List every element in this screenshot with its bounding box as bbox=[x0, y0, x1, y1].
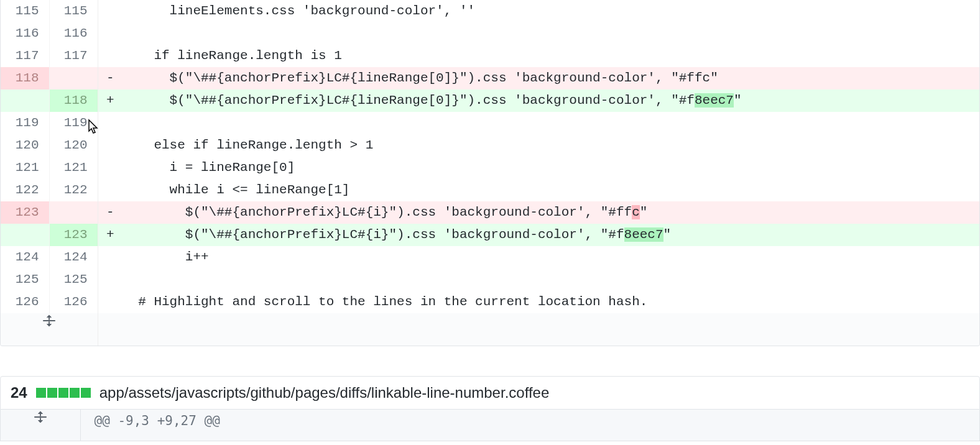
line-number-old[interactable]: 121 bbox=[1, 157, 49, 179]
diff-sign bbox=[98, 268, 122, 291]
diff-line: 121121 i = lineRange[0] bbox=[1, 157, 979, 179]
diff-highlight: 8eec7 bbox=[624, 227, 663, 242]
code-cell[interactable]: i++ bbox=[122, 246, 979, 268]
file-header: 24 app/assets/javascripts/github/pages/d… bbox=[0, 376, 980, 410]
expand-row bbox=[1, 313, 979, 346]
diff-line: 118+ $("\##{anchorPrefix}LC#{lineRange[0… bbox=[1, 89, 979, 112]
line-number-new[interactable]: 116 bbox=[49, 22, 98, 45]
line-number-new[interactable]: 122 bbox=[49, 179, 98, 201]
diff-sign bbox=[98, 157, 122, 179]
diff-sign: + bbox=[98, 89, 122, 112]
diff-sign bbox=[98, 112, 122, 134]
line-number-old[interactable]: 123 bbox=[1, 201, 49, 224]
line-number-new[interactable]: 123 bbox=[49, 224, 98, 246]
line-number-new[interactable]: 117 bbox=[49, 45, 98, 67]
diff-block: 115115 lineElements.css 'background-colo… bbox=[0, 0, 980, 346]
line-number-old[interactable]: 126 bbox=[1, 291, 49, 313]
diff-line: 118- $("\##{anchorPrefix}LC#{lineRange[0… bbox=[1, 67, 979, 89]
diffstat-block bbox=[81, 388, 91, 398]
code-cell[interactable]: # Highlight and scroll to the lines in t… bbox=[122, 291, 979, 313]
diff-line: 116116 bbox=[1, 22, 979, 45]
diff-sign bbox=[98, 0, 122, 22]
line-number-new[interactable] bbox=[49, 67, 98, 89]
diff-sign bbox=[98, 45, 122, 67]
line-number-old[interactable]: 124 bbox=[1, 246, 49, 268]
code-cell[interactable]: $("\##{anchorPrefix}LC#{lineRange[0]}").… bbox=[122, 89, 979, 112]
diff-line: 122122 while i <= lineRange[1] bbox=[1, 179, 979, 201]
line-number-old[interactable]: 118 bbox=[1, 67, 49, 89]
code-cell[interactable]: if lineRange.length is 1 bbox=[122, 45, 979, 67]
diff-line: 126126 # Highlight and scroll to the lin… bbox=[1, 291, 979, 313]
expand-button[interactable] bbox=[1, 410, 80, 441]
unfold-icon bbox=[34, 410, 47, 433]
diffstat-block bbox=[47, 388, 57, 398]
diff-line: 123- $("\##{anchorPrefix}LC#{i}").css 'b… bbox=[1, 201, 979, 224]
line-number-old[interactable]: 125 bbox=[1, 268, 49, 291]
line-number-new[interactable]: 119 bbox=[49, 112, 98, 134]
line-number-old[interactable]: 120 bbox=[1, 134, 49, 157]
line-number-new[interactable]: 121 bbox=[49, 157, 98, 179]
line-number-old[interactable] bbox=[1, 89, 49, 112]
line-number-old[interactable] bbox=[1, 224, 49, 246]
diffstat-block bbox=[58, 388, 68, 398]
code-cell[interactable]: lineElements.css 'background-color', '' bbox=[122, 0, 979, 22]
line-number-old[interactable]: 119 bbox=[1, 112, 49, 134]
code-cell[interactable]: $("\##{anchorPrefix}LC#{i}").css 'backgr… bbox=[122, 201, 979, 224]
line-number-old[interactable]: 117 bbox=[1, 45, 49, 67]
unfold-icon bbox=[43, 313, 55, 336]
diff-table: 115115 lineElements.css 'background-colo… bbox=[1, 0, 979, 346]
file-path[interactable]: app/assets/javascripts/github/pages/diff… bbox=[99, 384, 550, 401]
diff-sign bbox=[98, 246, 122, 268]
code-cell[interactable]: while i <= lineRange[1] bbox=[122, 179, 979, 201]
code-cell[interactable] bbox=[122, 22, 979, 45]
diff-sign: - bbox=[98, 201, 122, 224]
diffstat[interactable] bbox=[36, 388, 91, 398]
diff-sign bbox=[98, 291, 122, 313]
diff-highlight: 8eec7 bbox=[695, 93, 734, 108]
hunk-row: @@ -9,3 +9,27 @@ bbox=[1, 410, 979, 441]
diff-line: 120120 else if lineRange.length > 1 bbox=[1, 134, 979, 157]
diff-highlight: c bbox=[632, 205, 640, 219]
line-number-new[interactable]: 126 bbox=[49, 291, 98, 313]
code-cell[interactable]: else if lineRange.length > 1 bbox=[122, 134, 979, 157]
diff-sign: - bbox=[98, 67, 122, 89]
diff-line: 117117 if lineRange.length is 1 bbox=[1, 45, 979, 67]
code-cell[interactable]: i = lineRange[0] bbox=[122, 157, 979, 179]
diff-sign: + bbox=[98, 224, 122, 246]
diff-sign bbox=[98, 134, 122, 157]
diff-line: 125125 bbox=[1, 268, 979, 291]
code-cell[interactable]: $("\##{anchorPrefix}LC#{lineRange[0]}").… bbox=[122, 67, 979, 89]
diff-block: @@ -9,3 +9,27 @@ bbox=[0, 410, 980, 441]
diff-sign bbox=[98, 179, 122, 201]
expand-button[interactable] bbox=[1, 313, 98, 346]
line-number-new[interactable] bbox=[49, 201, 98, 224]
line-number-new[interactable]: 120 bbox=[49, 134, 98, 157]
diffstat-block bbox=[36, 388, 46, 398]
line-number-new[interactable]: 125 bbox=[49, 268, 98, 291]
diffstat-block bbox=[70, 388, 80, 398]
line-number-old[interactable]: 115 bbox=[1, 0, 49, 22]
line-number-old[interactable]: 116 bbox=[1, 22, 49, 45]
diff-line: 119119 bbox=[1, 112, 979, 134]
change-count: 24 bbox=[11, 384, 27, 401]
diff-line: 124124 i++ bbox=[1, 246, 979, 268]
diff-line: 123+ $("\##{anchorPrefix}LC#{i}").css 'b… bbox=[1, 224, 979, 246]
line-number-new[interactable]: 124 bbox=[49, 246, 98, 268]
diff-line: 115115 lineElements.css 'background-colo… bbox=[1, 0, 979, 22]
code-cell[interactable] bbox=[122, 112, 979, 134]
line-number-new[interactable]: 118 bbox=[49, 89, 98, 112]
hunk-header: @@ -9,3 +9,27 @@ bbox=[80, 410, 979, 441]
line-number-new[interactable]: 115 bbox=[49, 0, 98, 22]
code-cell[interactable] bbox=[122, 268, 979, 291]
diff-sign bbox=[98, 22, 122, 45]
line-number-old[interactable]: 122 bbox=[1, 179, 49, 201]
code-cell[interactable]: $("\##{anchorPrefix}LC#{i}").css 'backgr… bbox=[122, 224, 979, 246]
